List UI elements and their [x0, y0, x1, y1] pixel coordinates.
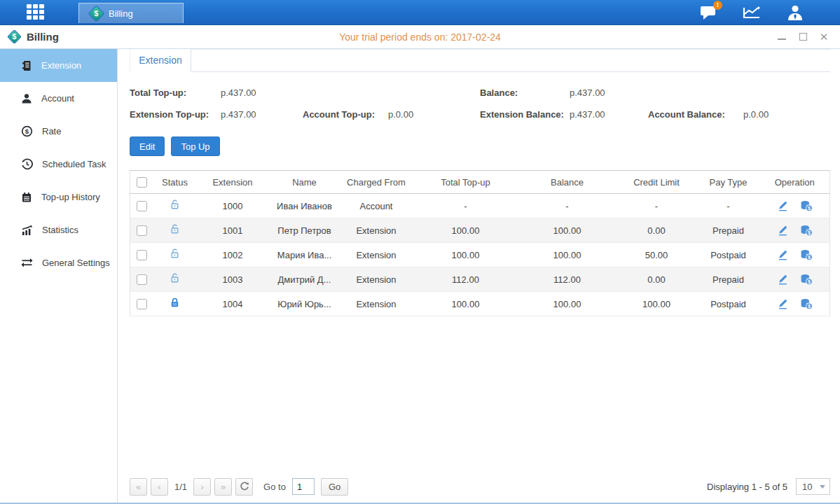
page-size-select[interactable]: 10 [796, 478, 830, 495]
sidebar-item-general-settings[interactable]: General Settings [0, 246, 117, 279]
topbar-status-icons: ! [698, 4, 840, 21]
col-charged-from: Charged From [340, 171, 413, 194]
account-balance-label: Account Balance: [648, 109, 743, 120]
action-buttons: Edit Top Up [130, 136, 830, 156]
sidebar-item-label: Extension [41, 60, 81, 71]
table-row[interactable]: 1004 Юрий Юрь... Extension 100.00 100.00… [130, 292, 830, 316]
first-page-button[interactable]: « [130, 478, 147, 496]
extension-table-body: 1000 Иван Иванов Account - - - - [130, 194, 830, 316]
row-checkbox[interactable] [137, 274, 147, 285]
sidebar-item-statistics[interactable]: Statistics [0, 214, 117, 246]
top-up-row-icon[interactable]: $ [800, 200, 813, 212]
sidebar-item-topup-history[interactable]: Top-up History [0, 181, 117, 214]
go-button[interactable]: Go [321, 478, 348, 496]
unlocked-icon [169, 199, 181, 211]
extension-cell: 1004 [196, 292, 270, 316]
extension-topup-label: Extension Top-up: [130, 109, 221, 120]
sidebar-item-label: Account [41, 93, 74, 104]
close-button[interactable]: ✕ [819, 32, 829, 42]
maximize-button[interactable] [798, 32, 808, 42]
name-cell: Мария Ива... [270, 243, 340, 267]
sidebar-item-rate[interactable]: $ Rate [0, 115, 117, 148]
top-up-row-icon[interactable]: $ [800, 298, 813, 310]
last-page-button[interactable]: » [214, 478, 232, 496]
goto-page-input[interactable] [292, 478, 315, 495]
top-up-button[interactable]: Top Up [171, 136, 219, 156]
balance-label: Balance: [480, 88, 570, 98]
top-up-row-icon[interactable]: $ [800, 249, 813, 261]
locked-icon [169, 297, 181, 309]
notification-badge: ! [713, 1, 722, 10]
table-row[interactable]: 1002 Мария Ива... Extension 100.00 100.0… [130, 243, 830, 267]
table-header-row: Status Extension Name Charged From Total… [130, 171, 830, 194]
edit-row-icon[interactable] [777, 200, 789, 212]
table-row[interactable]: 1000 Иван Иванов Account - - - - [130, 194, 830, 218]
tab-extension[interactable]: Extension [130, 49, 191, 72]
status-cell [154, 218, 196, 243]
user-account-icon[interactable] [785, 4, 805, 21]
row-checkbox[interactable] [137, 250, 147, 260]
sidebar-item-label: Scheduled Task [42, 159, 106, 169]
sidebar-item-label: Statistics [42, 225, 78, 235]
total-topup-value: p.437.00 [221, 88, 256, 98]
extension-cell: 1001 [196, 218, 270, 243]
next-page-button[interactable]: › [193, 478, 211, 496]
window-titlebar: $ Billing Your trial period ends on: 201… [0, 25, 840, 49]
sidebar-item-scheduled-task[interactable]: Scheduled Task [0, 148, 117, 181]
sidebar-item-label: Rate [42, 126, 61, 136]
exchange-arrows-icon [21, 258, 33, 268]
person-icon [21, 93, 32, 104]
balance-cell: 112.00 [518, 267, 617, 292]
table-row[interactable]: 1001 Петр Петров Extension 100.00 100.00… [130, 218, 830, 243]
extension-cell: 1000 [196, 194, 270, 218]
row-checkbox[interactable] [137, 299, 147, 309]
table-row[interactable]: 1003 Дмитрий Д... Extension 112.00 112.0… [130, 267, 830, 292]
top-up-row-icon[interactable]: $ [800, 225, 813, 237]
billing-dollar-diamond-icon: $ [88, 5, 104, 22]
edit-row-icon[interactable] [777, 225, 789, 237]
name-cell: Иван Иванов [270, 194, 340, 218]
bar-chart-arrow-icon [21, 225, 33, 236]
charged-from-cell: Extension [340, 292, 413, 316]
messages-icon[interactable]: ! [698, 4, 718, 21]
edit-row-icon[interactable] [777, 249, 789, 261]
refresh-button[interactable] [235, 478, 253, 496]
account-balance-value: p.0.00 [743, 109, 769, 120]
pay-type-cell: Prepaid [697, 218, 760, 243]
name-cell: Дмитрий Д... [270, 267, 340, 292]
balance-value: p.437.00 [570, 88, 605, 98]
prev-page-button[interactable]: ‹ [151, 478, 168, 496]
row-checkbox[interactable] [137, 225, 147, 236]
pay-type-cell: Postpaid [697, 292, 760, 316]
charged-from-cell: Account [340, 194, 413, 218]
col-extension: Extension [196, 171, 270, 194]
credit-limit-cell: 100.00 [617, 292, 697, 316]
sidebar-item-extension[interactable]: Extension [0, 49, 117, 82]
pay-type-cell: Postpaid [697, 243, 760, 267]
statistics-chart-icon[interactable] [742, 4, 762, 21]
row-checkbox[interactable] [137, 201, 147, 211]
minimize-button[interactable] [777, 32, 787, 42]
edit-row-icon[interactable] [777, 274, 789, 286]
top-up-row-icon[interactable]: $ [800, 274, 813, 286]
select-all-checkbox[interactable] [137, 177, 147, 188]
window-controls: ✕ [777, 32, 840, 42]
dollar-circle-icon: $ [21, 125, 33, 137]
taskbar-billing-tab[interactable]: $ Billing [78, 3, 184, 23]
app-launcher-icon[interactable] [27, 4, 48, 21]
account-topup-value: p.0.00 [388, 109, 413, 120]
unlocked-icon [169, 272, 181, 284]
operation-cell: $ [760, 218, 830, 243]
pay-type-cell: Prepaid [697, 267, 760, 292]
edit-row-icon[interactable] [777, 298, 789, 310]
balance-summary: Total Top-up: p.437.00 Extension Top-up:… [130, 82, 830, 125]
page-size-value: 10 [802, 482, 812, 492]
charged-from-cell: Extension [340, 243, 413, 267]
edit-button[interactable]: Edit [130, 136, 165, 156]
col-credit-limit: Credit Limit [617, 171, 697, 194]
status-cell [154, 267, 196, 292]
calendar-icon [21, 192, 32, 203]
sidebar-item-account[interactable]: Account [0, 82, 117, 115]
total-topup-cell: 112.00 [413, 267, 518, 292]
chevron-down-icon [820, 485, 825, 489]
